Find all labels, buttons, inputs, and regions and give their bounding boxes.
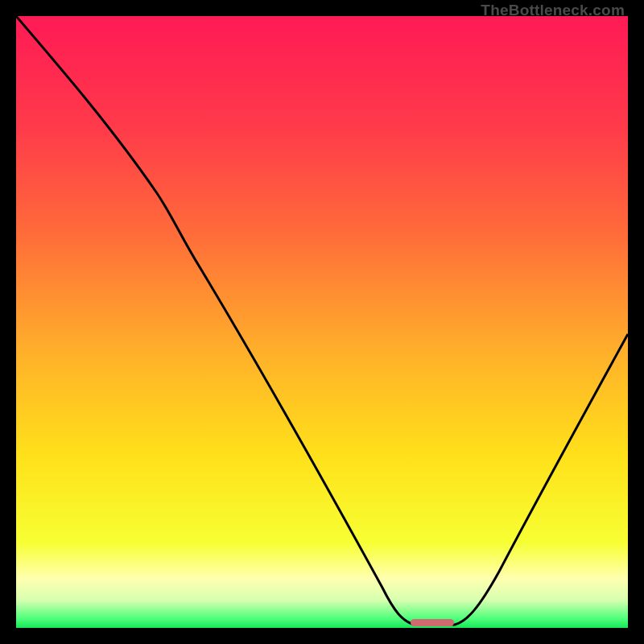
background-gradient (16, 16, 628, 628)
chart-frame: TheBottleneck.com (0, 0, 644, 644)
plot-area (16, 16, 628, 628)
svg-rect-0 (16, 16, 628, 628)
optimal-range-marker (411, 619, 454, 626)
watermark-text: TheBottleneck.com (481, 2, 625, 19)
